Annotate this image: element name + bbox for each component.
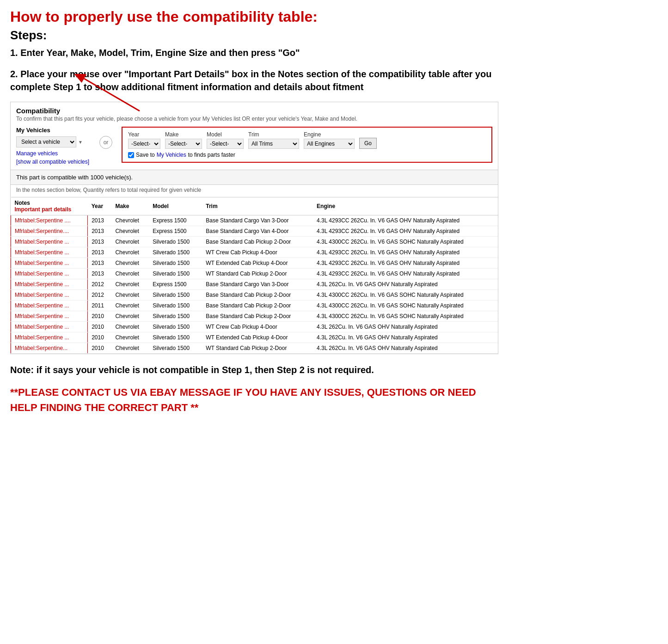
save-checkbox[interactable] [128,152,134,158]
table-header-row: Notes Important part details Year Make M… [11,197,498,215]
contact-text: **PLEASE CONTACT US VIA EBAY MESSAGE IF … [10,385,498,415]
make-header: Make [111,197,149,215]
year-cell: 2013 [88,258,112,269]
compat-subtitle: To confirm that this part fits your vehi… [16,116,492,122]
notes-cell: Mfrlabel:Serpentine ... [11,322,88,332]
year-cell: 2010 [88,322,112,332]
save-row: Save to My Vehicles to finds parts faste… [128,152,486,158]
dropdown-arrow-icon: ▼ [78,140,83,145]
make-cell: Chevrolet [111,301,149,311]
trim-cell: WT Standard Cab Pickup 2-Door [202,269,313,279]
model-select[interactable]: -Select- [207,139,244,149]
engine-cell: 4.3L 4300CC 262Cu. In. V6 GAS SOHC Natur… [313,290,498,301]
table-row: Mfrlabel:Serpentine ... 2013 Chevrolet S… [11,258,498,269]
make-cell: Chevrolet [111,258,149,269]
notes-cell: Mfrlabel:Serpentine ... [11,247,88,258]
year-select[interactable]: -Select- [128,139,160,149]
trim-cell: Base Standard Cab Pickup 2-Door [202,311,313,322]
model-cell: Silverado 1500 [149,237,202,247]
engine-header: Engine [313,197,498,215]
step2-text: 2. Place your mouse over "Important Part… [10,67,498,93]
year-label: Year [128,131,160,138]
make-cell: Chevrolet [111,311,149,322]
notes-cell: Mfrlabel:Serpentine... [11,343,88,354]
notes-cell: Mfrlabel:Serpentine ... [11,258,88,269]
table-row: Mfrlabel:Serpentine.... 2013 Chevrolet E… [11,226,498,237]
my-vehicles-label: My Vehicles [16,127,90,134]
engine-field: Engine All Engines [304,131,355,149]
compat-count-bar: This part is compatible with 1000 vehicl… [11,170,498,185]
trim-cell: Base Standard Cargo Van 3-Door [202,215,313,226]
trim-cell: Base Standard Cargo Van 3-Door [202,279,313,290]
engine-cell: 4.3L 4300CC 262Cu. In. V6 GAS SOHC Natur… [313,311,498,322]
notes-cell: Mfrlabel:Serpentine ... [11,269,88,279]
notes-cell: Mfrlabel:Serpentine ... [11,301,88,311]
table-row: Mfrlabel:Serpentine ... 2012 Chevrolet S… [11,290,498,301]
trim-cell: WT Standard Cab Pickup 2-Door [202,343,313,354]
make-cell: Chevrolet [111,322,149,332]
make-cell: Chevrolet [111,332,149,343]
trim-field: Trim All Trims [248,131,299,149]
engine-cell: 4.3L 262Cu. In. V6 GAS OHV Naturally Asp… [313,322,498,332]
engine-cell: 4.3L 4293CC 262Cu. In. V6 GAS OHV Natura… [313,226,498,237]
compat-table: Notes Important part details Year Make M… [11,197,498,354]
form-row: Year -Select- Make -Select- Model - [128,131,486,149]
notes-cell: Mfrlabel:Serpentine ... [11,311,88,322]
year-cell: 2013 [88,247,112,258]
table-row: Mfrlabel:Serpentine ... 2010 Chevrolet S… [11,332,498,343]
model-cell: Silverado 1500 [149,311,202,322]
notes-cell: Mfrlabel:Serpentine.... [11,226,88,237]
year-cell: 2010 [88,311,112,322]
show-all-link[interactable]: [show all compatible vehicles] [16,159,90,165]
engine-cell: 4.3L 4293CC 262Cu. In. V6 GAS OHV Natura… [313,269,498,279]
manage-vehicles-link[interactable]: Manage vehicles [16,150,90,157]
engine-cell: 4.3L 262Cu. In. V6 GAS OHV Naturally Asp… [313,332,498,343]
main-title: How to properly use the compatibility ta… [10,8,498,25]
year-cell: 2012 [88,279,112,290]
year-cell: 2010 [88,343,112,354]
trim-cell: WT Crew Cab Pickup 4-Door [202,247,313,258]
year-cell: 2013 [88,215,112,226]
model-header: Model [149,197,202,215]
table-row: Mfrlabel:Serpentine ... 2010 Chevrolet S… [11,311,498,322]
make-cell: Chevrolet [111,215,149,226]
notes-cell: Mfrlabel:Serpentine ... [11,237,88,247]
model-cell: Express 1500 [149,279,202,290]
year-cell: 2013 [88,237,112,247]
trim-cell: Base Standard Cab Pickup 2-Door [202,301,313,311]
table-row: Mfrlabel:Serpentine ... 2011 Chevrolet S… [11,301,498,311]
table-row: Mfrlabel:Serpentine ... 2010 Chevrolet S… [11,322,498,332]
my-vehicles-link[interactable]: My Vehicles [157,152,186,158]
engine-cell: 4.3L 4300CC 262Cu. In. V6 GAS SOHC Natur… [313,237,498,247]
year-cell: 2013 [88,226,112,237]
year-header: Year [88,197,112,215]
engine-select[interactable]: All Engines [304,139,355,149]
make-label: Make [165,131,202,138]
model-cell: Silverado 1500 [149,301,202,311]
table-row: Mfrlabel:Serpentine ... 2013 Chevrolet S… [11,247,498,258]
compat-header: Compatibility To confirm that this part … [11,102,498,122]
notes-cell: Mfrlabel:Serpentine ... [11,290,88,301]
model-cell: Silverado 1500 [149,258,202,269]
make-select[interactable]: -Select- [165,139,202,149]
compat-title: Compatibility [16,107,492,115]
table-row: Mfrlabel:Serpentine ... 2013 Chevrolet S… [11,269,498,279]
notes-header: Notes Important part details [11,197,88,215]
go-button[interactable]: Go [359,138,377,149]
make-cell: Chevrolet [111,279,149,290]
table-row: Mfrlabel:Serpentine ... 2012 Chevrolet E… [11,279,498,290]
model-label: Model [207,131,244,138]
trim-select[interactable]: All Trims [248,139,299,149]
my-vehicles-section: My Vehicles Select a vehicle ▼ Manage ve… [16,127,90,165]
engine-cell: 4.3L 262Cu. In. V6 GAS OHV Naturally Asp… [313,279,498,290]
compat-controls: My Vehicles Select a vehicle ▼ Manage ve… [11,127,498,170]
table-row: Mfrlabel:Serpentine .... 2013 Chevrolet … [11,215,498,226]
save-text: Save to [136,152,155,158]
trim-cell: Base Standard Cargo Van 4-Door [202,226,313,237]
vehicle-select[interactable]: Select a vehicle [16,136,76,147]
model-cell: Express 1500 [149,215,202,226]
make-cell: Chevrolet [111,247,149,258]
engine-label: Engine [304,131,355,138]
steps-heading: Steps: [10,28,498,43]
make-cell: Chevrolet [111,290,149,301]
